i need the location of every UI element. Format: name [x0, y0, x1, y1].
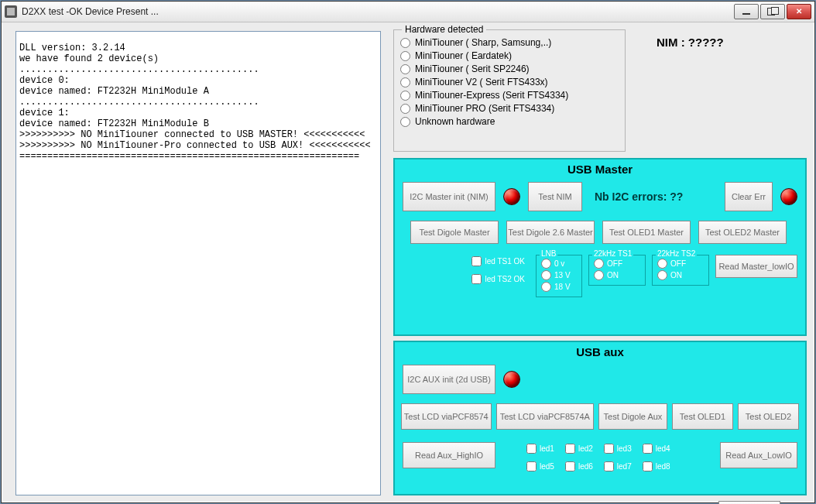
master-test-button[interactable]: Test Digole 2.6 Master [506, 221, 595, 244]
aux-init-led [503, 371, 520, 388]
i2c-aux-init-button[interactable]: I2C AUX init (2d USB) [403, 365, 495, 394]
aux-led-checkbox[interactable]: led3 [604, 444, 632, 454]
master-err-led [780, 188, 797, 205]
aux-led-checkbox[interactable]: led4 [643, 444, 670, 454]
aux-led-checkbox[interactable]: led7 [604, 461, 632, 471]
aux-led-checkbox[interactable]: led6 [565, 461, 593, 471]
aux-led-checkbox[interactable]: led2 [565, 444, 593, 454]
aux-test-button[interactable]: Test LCD viaPCF8574 [401, 403, 492, 430]
22khz-ts1-group: 22kHz TS1 OFFON [588, 255, 646, 286]
lnb-group: LNB 0 v13 V18 V [536, 255, 582, 297]
led-ts1-checkbox[interactable]: led TS1 OK [471, 256, 525, 266]
maximize-button[interactable] [760, 4, 785, 19]
aux-led-checkbox[interactable]: led8 [643, 461, 670, 471]
log-text[interactable]: DLL version: 3.2.14 we have found 2 devi… [16, 41, 380, 504]
usb-master-panel: USB Master I2C Master init (NIM) Test NI… [393, 158, 807, 336]
titlebar[interactable]: D2XX test -OK Device Present ... ✕ [2, 2, 814, 22]
hardware-option[interactable]: MiniTiouner ( Serit SP2246) [400, 63, 619, 74]
aux-test-button[interactable]: Test LCD viaPCF8574A [496, 403, 594, 430]
master-test-button[interactable]: Test Digole Master [410, 221, 499, 244]
app-icon [5, 5, 17, 18]
hardware-option[interactable]: MiniTiouner PRO (Serit FTS4334) [400, 103, 619, 114]
close-button[interactable]: ✕ [787, 4, 811, 19]
usb-master-title: USB Master [395, 159, 805, 177]
read-aux-highio-button[interactable]: Read Aux_HighIO [403, 442, 495, 468]
quit-button[interactable]: Quit [718, 501, 780, 504]
hardware-option[interactable]: MiniTiouner-Express (Serit FTS4334) [400, 90, 619, 101]
usb-aux-panel: USB aux I2C AUX init (2d USB) Test LCD v… [393, 341, 807, 495]
22khz-ts2-group: 22kHz TS2 OFFON [652, 255, 709, 286]
hardware-option[interactable]: MiniTiouner ( Sharp, Samsung,..) [400, 37, 619, 48]
window-title: D2XX test -OK Device Present ... [22, 6, 734, 17]
master-test-button[interactable]: Test OLED2 Master [698, 221, 787, 244]
read-aux-lowio-button[interactable]: Read Aux_LowIO [720, 442, 797, 468]
22khz-ts1-option[interactable]: OFF [594, 259, 640, 269]
aux-test-button[interactable]: Test OLED1 [672, 403, 733, 430]
usb-aux-title: USB aux [395, 342, 805, 360]
22khz-ts2-option[interactable]: OFF [657, 259, 704, 269]
log-output[interactable]: DLL version: 3.2.14 we have found 2 devi… [15, 31, 381, 495]
lnb-option[interactable]: 13 V [541, 270, 577, 280]
hardware-option[interactable]: Unknown hardware [400, 116, 619, 127]
master-test-button[interactable]: Test OLED1 Master [602, 221, 691, 244]
aux-test-button[interactable]: Test OLED2 [738, 403, 799, 430]
hardware-detected-group: Hardware detected MiniTiouner ( Sharp, S… [393, 29, 626, 152]
aux-led-checkbox[interactable]: led5 [526, 461, 554, 471]
master-init-led [503, 188, 520, 205]
hardware-group-label: Hardware detected [402, 24, 486, 35]
hardware-option[interactable]: MiniTiouner V2 ( Serit FTS433x) [400, 77, 619, 87]
lnb-option[interactable]: 0 v [541, 259, 577, 269]
aux-test-button[interactable]: Test Digole Aux [598, 403, 667, 430]
test-nim-button[interactable]: Test NIM [528, 182, 582, 211]
read-master-lowio-button[interactable]: Read Master_lowIO [715, 255, 797, 278]
i2c-master-init-button[interactable]: I2C Master init (NIM) [403, 182, 495, 211]
aux-led-checkbox[interactable]: led1 [526, 444, 554, 454]
22khz-ts2-option[interactable]: ON [657, 270, 704, 280]
22khz-ts1-option[interactable]: ON [594, 270, 640, 280]
lnb-option[interactable]: 18 V [541, 282, 577, 292]
hardware-option[interactable]: MiniTiouner ( Eardatek) [400, 50, 619, 61]
nim-label: NIM : ????? [657, 36, 724, 49]
app-window: D2XX test -OK Device Present ... ✕ DLL v… [1, 1, 815, 503]
led-ts2-checkbox[interactable]: led TS2 OK [471, 274, 525, 284]
minimize-button[interactable] [734, 4, 759, 19]
clear-err-button[interactable]: Clear Err [725, 182, 773, 211]
i2c-error-label: Nb I2C errors: ?? [595, 190, 683, 203]
